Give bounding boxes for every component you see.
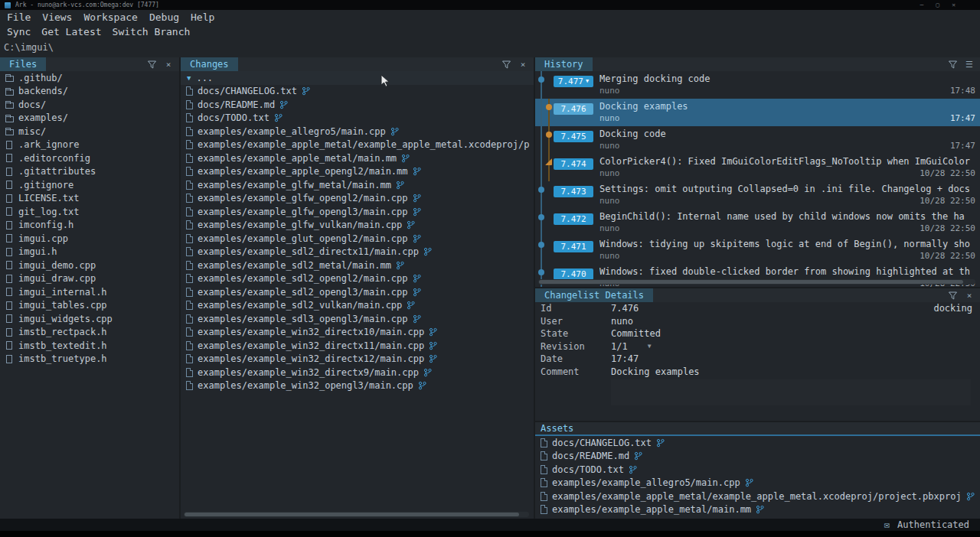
changed-file-row[interactable]: examples/example_glfw_opengl2/main.cpp: [181, 192, 534, 206]
asset-file-row[interactable]: examples/example_allegro5/main.cpp: [535, 477, 980, 490]
filter-icon[interactable]: [948, 291, 957, 300]
file-tree-item[interactable]: imgui_draw.cpp: [0, 272, 179, 286]
file-tree-item[interactable]: imgui_widgets.cpp: [0, 312, 179, 326]
changed-file-row[interactable]: examples/example_glfw_metal/main.mm: [181, 178, 534, 192]
changed-file-row[interactable]: examples/example_sdl2_metal/main.mm: [181, 259, 534, 272]
file-tree-item[interactable]: git_log.txt: [0, 205, 179, 219]
file-tree-item[interactable]: imgui_demo.cpp: [0, 259, 179, 272]
menu-item[interactable]: Views: [42, 11, 72, 23]
file-tree-item[interactable]: .gitignore: [0, 178, 179, 192]
commit-row[interactable]: 7.474 ColorPicker4(): Fixed ImGuiColorEd…: [535, 154, 980, 181]
changed-file-row[interactable]: examples/example_allegro5/main.cpp: [181, 125, 534, 138]
changed-file-row[interactable]: examples/example_sdl3_opengl3/main.cpp: [181, 312, 534, 326]
file-tree-item[interactable]: LICENSE.txt: [0, 192, 179, 206]
file-tree-item[interactable]: .gitattributes: [0, 165, 179, 179]
close-icon[interactable]: ×: [965, 291, 974, 300]
commit-version-badge[interactable]: 7.476: [554, 103, 593, 115]
changed-file-row[interactable]: examples/example_sdl2_opengl2/main.cpp: [181, 272, 534, 286]
horizontal-scrollbar[interactable]: [538, 279, 975, 285]
commit-row[interactable]: 7.475 Docking code nuno 17:47: [535, 126, 980, 154]
changed-file-row[interactable]: examples/example_win32_directx10/main.cp…: [181, 326, 534, 340]
changed-file-row[interactable]: examples/example_apple_metal/example_app…: [181, 138, 534, 152]
filter-icon[interactable]: [501, 60, 511, 69]
filter-icon[interactable]: [948, 60, 957, 69]
commit-row[interactable]: 7.476 Docking examples nuno 17:47: [535, 99, 980, 126]
menu-item[interactable]: Help: [191, 11, 214, 23]
file-tree-item[interactable]: misc/: [0, 125, 179, 138]
revision-dropdown-icon[interactable]: ▼: [648, 343, 652, 350]
file-tree-item[interactable]: imstb_rectpack.h: [0, 326, 179, 340]
details-panel-title[interactable]: Changelist Details: [535, 288, 653, 302]
file-tree-item[interactable]: docs/: [0, 98, 179, 112]
file-tree-item[interactable]: .ark_ignore: [0, 138, 179, 152]
commit-version-badge[interactable]: 7.473: [554, 186, 593, 197]
maximize-icon[interactable]: ▢: [936, 2, 939, 8]
menu-item[interactable]: Workspace: [83, 11, 137, 23]
assets-panel-title[interactable]: Assets: [535, 422, 573, 434]
asset-file-row[interactable]: docs/CHANGELOG.txt: [535, 436, 980, 450]
toolbar-button[interactable]: Sync: [7, 26, 31, 37]
changed-file-row[interactable]: examples/example_sdl2_opengl3/main.cpp: [181, 285, 534, 299]
changes-tree-root[interactable]: ▼ ...: [181, 71, 534, 85]
file-tree-item[interactable]: backends/: [0, 85, 179, 99]
menu-item[interactable]: File: [7, 11, 31, 23]
mail-icon[interactable]: ✉: [884, 520, 890, 529]
commit-version-badge[interactable]: 7.474: [554, 158, 593, 170]
commit-row[interactable]: 7.473 Settings: omit outputing Collapsed…: [535, 181, 980, 209]
commit-row[interactable]: 7.471 Windows: tidying up skipitems logi…: [535, 236, 980, 264]
asset-file-row[interactable]: examples/example_apple_metal/main.mm: [535, 503, 980, 517]
files-panel-title[interactable]: Files: [0, 57, 46, 71]
changed-file-row[interactable]: examples/example_win32_directx12/main.cp…: [181, 353, 534, 366]
horizontal-scrollbar[interactable]: [184, 512, 529, 517]
changed-file-row[interactable]: examples/example_sdl2_directx11/main.cpp: [181, 246, 534, 259]
changed-file-row[interactable]: examples/example_apple_opengl2/main.mm: [181, 165, 534, 179]
file-tree-item[interactable]: imstb_truetype.h: [0, 353, 179, 366]
close-icon[interactable]: ×: [164, 60, 173, 69]
file-tree-item[interactable]: imgui.cpp: [0, 232, 179, 246]
close-window-icon[interactable]: ✕: [952, 2, 956, 8]
file-tree-item[interactable]: imconfig.h: [0, 219, 179, 233]
changed-file-row[interactable]: examples/example_win32_directx11/main.cp…: [181, 339, 534, 353]
dropdown-icon[interactable]: ▼: [586, 79, 589, 84]
asset-file-row[interactable]: examples/example_apple_metal/example_app…: [535, 490, 980, 503]
scrollbar-thumb[interactable]: [185, 513, 519, 516]
filter-icon[interactable]: [147, 60, 156, 69]
commit-version-badge[interactable]: 7.471: [554, 241, 593, 252]
changed-file-row[interactable]: docs/README.md: [181, 98, 534, 112]
toolbar-button[interactable]: Get Latest: [41, 26, 101, 37]
changes-panel-title[interactable]: Changes: [181, 57, 238, 71]
changed-file-row[interactable]: examples/example_glfw_opengl3/main.cpp: [181, 205, 534, 219]
file-tree-item[interactable]: imstb_textedit.h: [0, 339, 179, 353]
changed-file-row[interactable]: examples/example_win32_directx9/main.cpp: [181, 366, 534, 379]
changed-file-row[interactable]: docs/CHANGELOG.txt: [181, 85, 534, 99]
changed-file-row[interactable]: examples/example_glfw_vulkan/main.cpp: [181, 219, 534, 233]
commit-version-badge[interactable]: 7.477 ▼: [554, 76, 593, 87]
file-tree-item[interactable]: imgui.h: [0, 246, 179, 259]
asset-file-row[interactable]: docs/TODO.txt: [535, 463, 980, 477]
file-tree-item[interactable]: .editorconfig: [0, 151, 179, 165]
scrollbar-thumb[interactable]: [539, 280, 963, 284]
expand-arrow-icon[interactable]: ▼: [187, 74, 191, 82]
changed-file-row[interactable]: examples/example_apple_metal/main.mm: [181, 151, 534, 165]
toolbar-button[interactable]: Switch Branch: [113, 26, 191, 37]
commit-version-badge[interactable]: 7.470: [554, 268, 593, 280]
commit-row[interactable]: 7.477 ▼ Merging docking code nuno 17:48: [535, 71, 980, 99]
changed-file-row[interactable]: examples/example_glut_opengl2/main.cpp: [181, 232, 534, 246]
file-tree-item[interactable]: imgui_tables.cpp: [0, 299, 179, 313]
close-icon[interactable]: ×: [518, 60, 528, 69]
comment-box[interactable]: [611, 379, 971, 405]
file-tree-item[interactable]: .github/: [0, 71, 179, 85]
commit-version-badge[interactable]: 7.472: [554, 213, 593, 225]
changed-file-row[interactable]: examples/example_sdl2_vulkan/main.cpp: [181, 299, 534, 313]
file-tree-item[interactable]: imgui_internal.h: [0, 285, 179, 299]
changed-file-row[interactable]: docs/TODO.txt: [181, 112, 534, 125]
commit-row[interactable]: 7.472 BeginChild(): Internal name used b…: [535, 209, 980, 236]
history-panel-title[interactable]: History: [535, 57, 593, 71]
menu-item[interactable]: Debug: [149, 11, 179, 23]
commit-version-badge[interactable]: 7.475: [554, 131, 593, 142]
minimize-icon[interactable]: —: [920, 2, 924, 8]
menu-icon[interactable]: ☰: [965, 60, 974, 69]
file-tree-item[interactable]: examples/: [0, 112, 179, 125]
asset-file-row[interactable]: docs/README.md: [535, 450, 980, 464]
changed-file-row[interactable]: examples/example_win32_opengl3/main.cpp: [181, 379, 534, 393]
